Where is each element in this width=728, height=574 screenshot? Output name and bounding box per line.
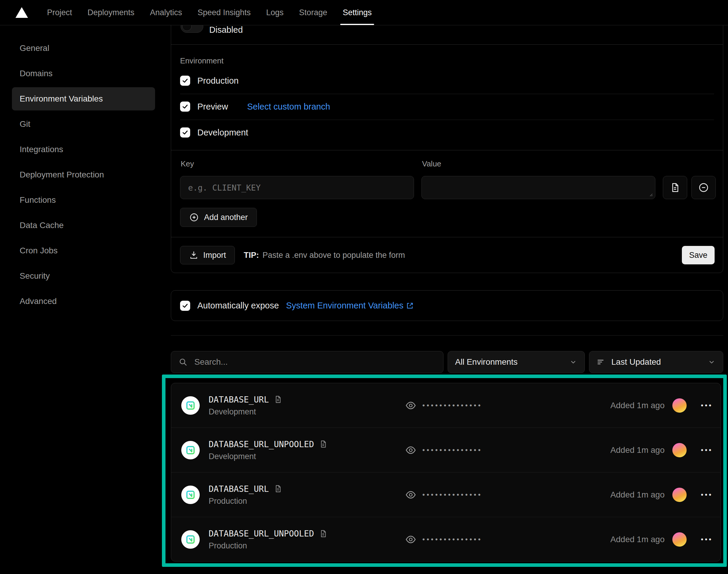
sidebar-item-environment-variables[interactable]: Environment Variables xyxy=(12,87,155,111)
sidebar-item-git[interactable]: Git xyxy=(12,113,155,136)
sidebar-item-domains[interactable]: Domains xyxy=(12,62,155,85)
select-custom-branch-link[interactable]: Select custom branch xyxy=(247,102,330,112)
system-env-variables-link[interactable]: System Environment Variables xyxy=(286,301,414,311)
env-var-info: DATABASE_URL Development xyxy=(209,395,283,416)
import-label: Import xyxy=(203,251,226,260)
added-timestamp: Added 1m ago xyxy=(610,445,665,455)
environment-section-label: Environment xyxy=(180,56,223,66)
neon-integration-avatar xyxy=(181,486,200,504)
nav-item-storage[interactable]: Storage xyxy=(299,0,328,25)
row-actions-menu[interactable]: ••• xyxy=(701,446,713,454)
added-timestamp: Added 1m ago xyxy=(610,535,665,544)
env-var-row: DATABASE_URL Development •••••••••••••• … xyxy=(171,383,721,428)
sidebar-item-cron-jobs[interactable]: Cron Jobs xyxy=(12,239,155,262)
settings-sidebar: General Domains Environment Variables Gi… xyxy=(0,25,162,574)
vercel-logo-icon[interactable] xyxy=(15,7,28,18)
paste-env-file-button[interactable] xyxy=(663,176,687,199)
user-avatar xyxy=(672,398,687,413)
env-var-name-text: DATABASE_URL xyxy=(209,395,269,404)
key-label: Key xyxy=(181,159,194,168)
production-checkbox[interactable] xyxy=(180,76,190,86)
add-another-label: Add another xyxy=(204,213,248,222)
masked-value: •••••••••••••• xyxy=(422,446,482,454)
check-icon xyxy=(181,103,189,110)
auto-expose-label: Automatically expose xyxy=(197,301,279,311)
user-avatar xyxy=(672,443,687,457)
nav-item-settings[interactable]: Settings xyxy=(343,0,372,25)
neon-integration-avatar xyxy=(181,530,200,549)
sidebar-item-security[interactable]: Security xyxy=(12,264,155,288)
footer-divider xyxy=(171,237,723,237)
nav-item-analytics[interactable]: Analytics xyxy=(150,0,182,25)
env-var-row: DATABASE_URL Production •••••••••••••• A… xyxy=(171,473,721,517)
reveal-value-eye-icon[interactable] xyxy=(405,489,416,500)
nav-item-project[interactable]: Project xyxy=(47,0,72,25)
env-var-name: DATABASE_URL xyxy=(209,395,283,404)
sort-icon xyxy=(596,358,605,367)
environments-filter-dropdown[interactable]: All Environments xyxy=(447,351,585,373)
neon-integration-avatar xyxy=(181,396,200,415)
reveal-value-eye-icon[interactable] xyxy=(405,400,416,411)
import-button[interactable]: Import xyxy=(180,246,235,264)
env-var-environment: Production xyxy=(209,496,283,505)
preview-checkbox[interactable] xyxy=(180,101,190,112)
neon-logo-icon xyxy=(185,445,196,455)
env-var-info: DATABASE_URL_UNPOOLED Production xyxy=(209,529,328,550)
row-actions-menu[interactable]: ••• xyxy=(701,401,713,410)
env-var-name-text: DATABASE_URL xyxy=(209,484,269,494)
key-input[interactable] xyxy=(180,176,414,199)
system-env-variables-link-text: System Environment Variables xyxy=(286,301,403,311)
auto-expose-checkbox[interactable] xyxy=(180,301,190,311)
development-checkbox[interactable] xyxy=(180,127,190,137)
add-another-button[interactable]: Add another xyxy=(180,208,257,227)
sort-dropdown[interactable]: Last Updated xyxy=(589,351,723,373)
nav-item-logs[interactable]: Logs xyxy=(266,0,284,25)
system-env-panel: Automatically expose System Environment … xyxy=(171,290,723,321)
nav-items: Project Deployments Analytics Speed Insi… xyxy=(47,0,372,25)
sidebar-item-integrations[interactable]: Integrations xyxy=(12,138,155,161)
external-link-icon xyxy=(406,301,414,310)
note-icon[interactable] xyxy=(273,484,283,493)
toggle-label: Disabled xyxy=(209,25,243,35)
note-icon[interactable] xyxy=(319,529,328,538)
chevron-down-icon xyxy=(569,358,577,366)
sidebar-item-functions[interactable]: Functions xyxy=(12,189,155,212)
environments-filter-value: All Environments xyxy=(455,357,563,367)
save-button[interactable]: Save xyxy=(682,246,715,264)
row-actions-menu[interactable]: ••• xyxy=(701,535,713,544)
user-avatar xyxy=(672,488,687,502)
filter-row: All Environments Last Updated xyxy=(171,351,723,373)
nav-item-speed-insights[interactable]: Speed Insights xyxy=(198,0,251,25)
download-icon xyxy=(189,250,199,260)
env-var-name-text: DATABASE_URL_UNPOOLED xyxy=(209,439,314,449)
note-icon[interactable] xyxy=(319,440,328,449)
preview-label: Preview xyxy=(197,102,228,112)
row-actions-menu[interactable]: ••• xyxy=(701,491,713,499)
env-var-list: DATABASE_URL Development •••••••••••••• … xyxy=(171,383,721,562)
resize-handle-icon[interactable] xyxy=(648,192,653,197)
search-input[interactable] xyxy=(195,357,436,367)
sidebar-item-advanced[interactable]: Advanced xyxy=(12,290,155,313)
nav-item-deployments[interactable]: Deployments xyxy=(87,0,134,25)
row-divider xyxy=(180,120,714,120)
section-divider xyxy=(171,44,723,45)
masked-value: •••••••••••••• xyxy=(422,535,482,544)
env-var-name: DATABASE_URL_UNPOOLED xyxy=(209,529,328,539)
top-nav: Project Deployments Analytics Speed Insi… xyxy=(0,0,728,25)
reveal-value-eye-icon[interactable] xyxy=(405,445,416,456)
sidebar-item-data-cache[interactable]: Data Cache xyxy=(12,214,155,237)
sidebar-item-deployment-protection[interactable]: Deployment Protection xyxy=(12,163,155,187)
note-icon[interactable] xyxy=(273,395,283,404)
neon-integration-avatar xyxy=(181,441,200,459)
reveal-value-eye-icon[interactable] xyxy=(405,534,416,545)
neon-logo-icon xyxy=(185,400,196,411)
remove-row-button[interactable] xyxy=(691,176,716,199)
search-icon xyxy=(178,357,188,367)
check-icon xyxy=(181,77,189,84)
neon-logo-icon xyxy=(185,489,196,500)
user-avatar xyxy=(672,532,687,546)
env-var-name-text: DATABASE_URL_UNPOOLED xyxy=(209,529,314,539)
value-input[interactable] xyxy=(421,176,655,199)
sort-value: Last Updated xyxy=(611,357,701,367)
sidebar-item-general[interactable]: General xyxy=(12,37,155,60)
